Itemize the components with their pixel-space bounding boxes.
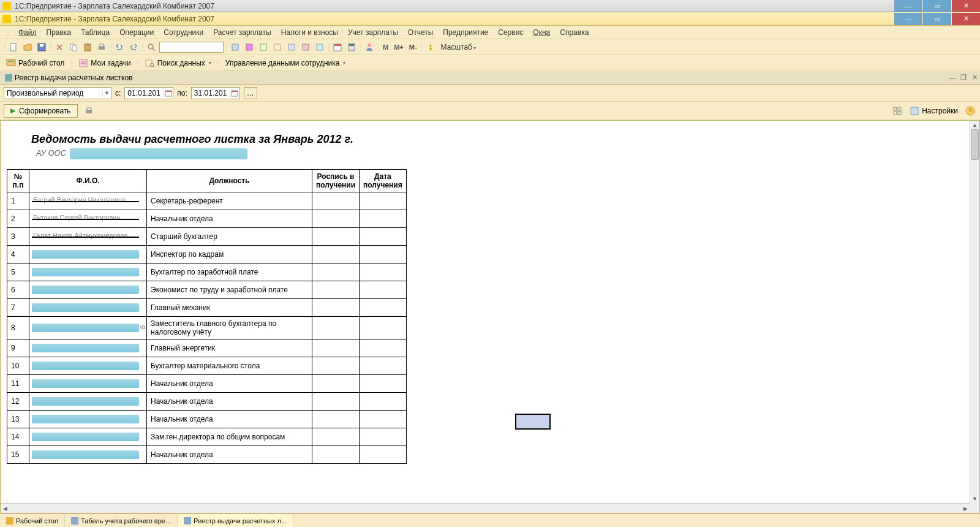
search-icon[interactable] bbox=[145, 41, 157, 53]
table-row[interactable]: 9Лапин Леонтий ВикторовичГлавный энергет… bbox=[7, 339, 407, 357]
print-icon[interactable] bbox=[96, 41, 108, 53]
scroll-up-icon[interactable]: ▲ bbox=[970, 121, 979, 129]
cell-fio: Пальянов Сергей Александрович bbox=[29, 428, 147, 446]
cell-signature bbox=[312, 428, 360, 446]
menu-windows[interactable]: Окна bbox=[529, 27, 554, 38]
table-row[interactable]: 8Кульмаметьева Марина ГеоргиевнаЗаместит… bbox=[7, 317, 407, 339]
tool-icon-4[interactable] bbox=[271, 41, 284, 53]
task-timesheet[interactable]: Табель учета рабочего вре... bbox=[65, 514, 178, 527]
tool-icon-1[interactable] bbox=[229, 41, 241, 53]
cut-icon[interactable] bbox=[53, 41, 66, 53]
scroll-left-icon[interactable]: ◀ bbox=[1, 504, 9, 513]
calendar-icon[interactable] bbox=[230, 89, 239, 97]
table-row[interactable]: 13Ниязов Руслан РияловичНачальник отдела bbox=[7, 411, 407, 428]
date-from-input[interactable] bbox=[125, 89, 163, 97]
menu-service[interactable]: Сервис bbox=[494, 27, 527, 38]
table-row[interactable]: 11Маркоч Анатолий АлексеевичНачальник от… bbox=[7, 375, 407, 393]
manage-employee-data-button[interactable]: Управление данными сотрудника bbox=[223, 58, 349, 69]
chevron-down-icon[interactable]: ▼ bbox=[102, 90, 111, 96]
tool-icon-6[interactable] bbox=[300, 41, 312, 53]
table-row[interactable]: 12Недогода Марина МихайловнаНачальник от… bbox=[7, 393, 407, 411]
menu-taxes[interactable]: Налоги и взносы bbox=[277, 27, 342, 38]
menu-help[interactable]: Справка bbox=[556, 27, 592, 38]
form-button[interactable]: ▶ Сформировать bbox=[4, 104, 78, 118]
menu-salary-account[interactable]: Учет зарплаты bbox=[344, 27, 402, 38]
cell-date bbox=[360, 228, 407, 246]
redaction bbox=[32, 303, 139, 312]
horizontal-scrollbar[interactable]: ◀ ▶ bbox=[1, 503, 970, 513]
users-icon[interactable] bbox=[363, 41, 375, 53]
search-data-button[interactable]: Поиск данных bbox=[143, 57, 214, 69]
table-row[interactable]: 1Багрий Виктория НиколаевнаСекретарь-реф… bbox=[7, 192, 407, 210]
table-row[interactable]: 6Комарова Елена АнатольевнаЭкономист по … bbox=[7, 281, 407, 299]
table-row[interactable]: 4Гатауллина Индира РаисовнаИнспектор по … bbox=[7, 246, 407, 264]
task-desktop[interactable]: Рабочий стол bbox=[0, 514, 65, 527]
scroll-right-icon[interactable]: ▶ bbox=[961, 504, 970, 513]
menu-enterprise[interactable]: Предприятие bbox=[439, 27, 492, 38]
new-icon[interactable] bbox=[7, 41, 20, 53]
document-tab[interactable]: Реестр выдачи расчетных листков bbox=[0, 71, 138, 84]
close-button[interactable]: ✕ bbox=[952, 0, 980, 12]
copy-icon[interactable] bbox=[67, 41, 80, 53]
menu-table[interactable]: Таблица bbox=[77, 27, 113, 38]
cell-n: 14 bbox=[7, 428, 29, 446]
inner-maximize-button[interactable]: ▭ bbox=[923, 13, 951, 25]
calculator-icon[interactable] bbox=[345, 41, 358, 53]
period-dialog-button[interactable]: … bbox=[244, 87, 257, 99]
menu-employees[interactable]: Сотрудники bbox=[160, 27, 207, 38]
date-to[interactable] bbox=[191, 87, 240, 99]
redo-icon[interactable] bbox=[127, 41, 140, 53]
scale-dropdown[interactable]: Масштаб bbox=[439, 43, 478, 51]
memory-m[interactable]: M bbox=[381, 44, 390, 51]
table-row[interactable]: 2Бутаков Сергей ВикторовичНачальник отде… bbox=[7, 210, 407, 228]
my-tasks-button[interactable]: Мои задачи bbox=[76, 57, 133, 69]
tool-icon-5[interactable] bbox=[285, 41, 298, 53]
undo-icon[interactable] bbox=[113, 41, 126, 53]
period-input[interactable] bbox=[4, 89, 102, 97]
print-report-icon[interactable] bbox=[83, 105, 95, 117]
table-row[interactable]: 7Коротков Петр ИвановичГлавный механик bbox=[7, 299, 407, 317]
vertical-scrollbar[interactable]: ▲ ▼ bbox=[970, 121, 979, 503]
inner-close-button[interactable]: ✕ bbox=[952, 13, 980, 25]
pin-icon[interactable] bbox=[424, 41, 437, 53]
task-registry[interactable]: Реестр выдачи расчетных л... bbox=[178, 514, 293, 527]
desktop-button[interactable]: Рабочий стол bbox=[4, 57, 67, 69]
menu-edit[interactable]: Правка bbox=[43, 27, 75, 38]
table-row[interactable]: 5Залесская Зоя СергеевнаБухгалтер по зар… bbox=[7, 264, 407, 281]
open-icon[interactable] bbox=[21, 41, 34, 53]
memory-m-minus[interactable]: M- bbox=[407, 44, 419, 51]
table-row[interactable]: 3Галат Наиля АйтмухамедовнаСтарший бухга… bbox=[7, 228, 407, 246]
menu-operations[interactable]: Операции bbox=[116, 27, 157, 38]
toolbar-search-input[interactable] bbox=[159, 42, 224, 53]
menu-reports[interactable]: Отчеты bbox=[404, 27, 437, 38]
table-row[interactable]: 10Малышенко Галина ПетровнаБухгалтер мат… bbox=[7, 357, 407, 375]
menu-payroll[interactable]: Расчет зарплаты bbox=[209, 27, 274, 38]
inner-minimize-button[interactable]: — bbox=[894, 13, 922, 25]
period-combo[interactable]: ▼ bbox=[4, 87, 111, 99]
report-scroll[interactable]: Ведомость выдачи расчетного листка за Ян… bbox=[1, 121, 970, 503]
minimize-button[interactable]: — bbox=[894, 0, 922, 12]
settings-button[interactable]: Настройки bbox=[907, 105, 960, 117]
paste-icon[interactable] bbox=[81, 41, 94, 53]
date-to-input[interactable] bbox=[192, 89, 230, 97]
memory-m-plus[interactable]: M+ bbox=[392, 44, 405, 51]
calendar-icon[interactable] bbox=[163, 89, 173, 97]
scroll-down-icon[interactable]: ▼ bbox=[970, 495, 979, 503]
grid-icon[interactable] bbox=[891, 105, 903, 117]
tab-close-icon[interactable]: ✕ bbox=[969, 73, 980, 83]
maximize-button[interactable]: ▭ bbox=[923, 0, 951, 12]
inner-titlebar: 1С:Предприятие - Зарплата Салехардский К… bbox=[0, 12, 980, 26]
scroll-thumb[interactable] bbox=[971, 129, 979, 160]
tab-restore-icon[interactable]: ❐ bbox=[958, 73, 969, 83]
date-from[interactable] bbox=[124, 87, 173, 99]
tool-icon-2[interactable] bbox=[243, 41, 255, 53]
table-row[interactable]: 14Пальянов Сергей АлександровичЗам.ген.д… bbox=[7, 428, 407, 446]
save-icon[interactable] bbox=[36, 41, 48, 53]
tool-icon-3[interactable] bbox=[257, 41, 270, 53]
tab-minimize-icon[interactable]: — bbox=[947, 73, 958, 83]
help-icon[interactable]: ? bbox=[964, 105, 976, 117]
calendar-icon[interactable] bbox=[331, 41, 344, 53]
tool-icon-7[interactable] bbox=[314, 41, 326, 53]
table-row[interactable]: 15Пашкевич Ольга НиколаевнаНачальник отд… bbox=[7, 446, 407, 464]
menu-file[interactable]: Файл bbox=[15, 27, 40, 38]
